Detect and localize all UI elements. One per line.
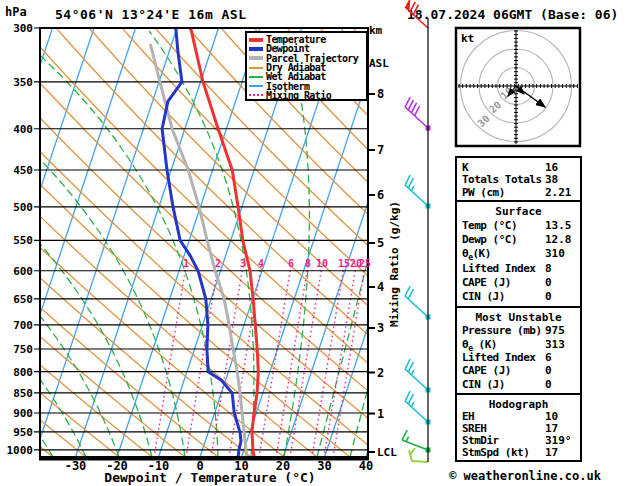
sounding-curves bbox=[151, 28, 259, 457]
stats-section-surface: SurfaceTemp (°C)13.5Dewp (°C)12.8θe(K)31… bbox=[455, 200, 582, 308]
isotherm-line bbox=[0, 28, 136, 457]
pressure-axis-unit-label: hPa bbox=[5, 5, 27, 19]
pressure-tick-label: 950 bbox=[2, 426, 33, 439]
stat-value: 13.5 bbox=[545, 219, 572, 232]
stat-value: 16 bbox=[545, 161, 558, 174]
isotherm-line bbox=[0, 28, 53, 457]
wind-barb bbox=[405, 175, 431, 208]
stat-row: CIN (J)0 bbox=[457, 378, 580, 391]
legend: TemperatureDewpointParcel TrajectoryDry … bbox=[245, 31, 368, 101]
stat-value: 310 bbox=[545, 247, 565, 260]
mixing-ratio-line bbox=[186, 266, 218, 457]
stat-row: EH10 bbox=[457, 410, 580, 422]
legend-item: Mixing Ratio bbox=[247, 91, 366, 100]
mixing-ratio-value-label: 8 bbox=[296, 258, 320, 269]
stat-label: CIN (J) bbox=[462, 290, 505, 303]
stat-row: CAPE (J)0 bbox=[457, 364, 580, 377]
mixing-ratio-line bbox=[154, 266, 186, 457]
stat-row: Lifted Index8 bbox=[457, 262, 580, 276]
dry-adiabat-line bbox=[0, 28, 185, 457]
stat-label: Pressure (mb) bbox=[462, 324, 542, 337]
mixing-ratio-line bbox=[290, 266, 322, 457]
stat-row: θe (K)313 bbox=[457, 338, 580, 351]
stat-value: 6 bbox=[545, 351, 552, 364]
stat-value: 8 bbox=[545, 262, 552, 275]
stat-row: Lifted Index6 bbox=[457, 351, 580, 364]
stats-section-hodograph: HodographEH10SREH17StmDir319°StmSpd (kt)… bbox=[455, 393, 582, 462]
pressure-tick-label: 450 bbox=[2, 164, 33, 177]
wet-adiabat-line bbox=[0, 31, 53, 457]
stat-label: Temp (°C) bbox=[462, 219, 517, 232]
stat-label: Dewp (°C) bbox=[462, 233, 517, 246]
mixing-ratio-value-label: 3 bbox=[231, 258, 255, 269]
stat-value: 12.8 bbox=[545, 233, 572, 246]
wind-barb bbox=[405, 286, 431, 319]
hodograph-ring bbox=[479, 49, 553, 123]
mixing-ratio-value-label: 20 bbox=[344, 258, 368, 269]
stat-label: CAPE (J) bbox=[462, 364, 511, 377]
hodograph-wind-arrow bbox=[508, 86, 516, 96]
mixing-ratio-value-label: 10 bbox=[310, 258, 334, 269]
mixing-ratio-line bbox=[276, 266, 308, 457]
wet-adiabat-line bbox=[15, 31, 218, 457]
isotherm-line bbox=[0, 28, 11, 457]
mixing-ratio-value-label: 6 bbox=[279, 258, 303, 269]
mixing-ratio-axis-label: Mixing Ratio (g/kg) bbox=[388, 168, 401, 360]
legend-item-label: Mixing Ratio bbox=[266, 90, 331, 101]
stat-label: CAPE (J) bbox=[462, 276, 511, 289]
km-tick-label: 2 bbox=[377, 366, 384, 380]
mixing-ratio-line bbox=[324, 266, 356, 457]
stat-value: 975 bbox=[545, 324, 565, 337]
stat-value: 38 bbox=[545, 173, 558, 186]
stat-label: θe(K) bbox=[462, 247, 491, 260]
wind-barb bbox=[409, 448, 428, 462]
mixing-ratio-line bbox=[333, 266, 365, 457]
pressure-tick-label: 650 bbox=[2, 293, 33, 306]
stat-row: StmSpd (kt)17 bbox=[457, 446, 580, 458]
mixing-ratio-value-label: 2 bbox=[206, 258, 230, 269]
stats-section: K16Totals Totals38PW (cm)2.21 bbox=[455, 156, 582, 202]
stat-label: CIN (J) bbox=[462, 378, 505, 391]
skewt-sounding-app: 18.07.2024 06GMT (Base: 06) kt102030 54°… bbox=[0, 0, 629, 486]
altitude-axis-unit-label: km ASL bbox=[369, 3, 396, 91]
hodograph: kt102030 bbox=[456, 28, 580, 146]
stats-section-title: Most Unstable bbox=[457, 311, 580, 324]
wind-barb bbox=[405, 359, 431, 392]
km-tick-label: 5 bbox=[377, 236, 384, 250]
altitude-unit-km: km bbox=[369, 25, 396, 36]
stat-value: 313 bbox=[545, 338, 565, 351]
mixing-ratio-line bbox=[312, 266, 344, 457]
stat-value: 0 bbox=[545, 276, 552, 289]
stat-row: StmDir319° bbox=[457, 434, 580, 446]
wet-adiabat-line bbox=[0, 31, 86, 457]
stat-row: Dewp (°C)12.8 bbox=[457, 233, 580, 247]
dry-adiabat-line bbox=[0, 28, 284, 457]
pressure-tick-label: 600 bbox=[2, 265, 33, 278]
stat-value: 0 bbox=[545, 378, 552, 391]
pressure-tick-label: 800 bbox=[2, 366, 33, 379]
legend-line-swatch bbox=[249, 47, 263, 51]
isotherm-line bbox=[34, 28, 177, 457]
hodograph-ring-label: 10 bbox=[499, 85, 515, 101]
dry-adiabat-line bbox=[0, 28, 251, 457]
pressure-tick-label: 550 bbox=[2, 234, 33, 247]
stats-section-title: Surface bbox=[457, 205, 580, 219]
wet-adiabat-line bbox=[581, 31, 629, 457]
stat-label: PW (cm) bbox=[462, 186, 505, 199]
dry-adiabat-line bbox=[0, 28, 86, 457]
stat-row: PW (cm)2.21 bbox=[457, 186, 580, 198]
km-tick-label: 3 bbox=[377, 321, 384, 335]
pressure-tick-label: 500 bbox=[2, 201, 33, 214]
km-tick-label: 6 bbox=[377, 188, 384, 202]
hodograph-ring-label: 20 bbox=[487, 99, 503, 115]
dewpoint-curve bbox=[162, 28, 241, 457]
storm-motion-arrow bbox=[516, 86, 545, 107]
mixing-ratio-value-label: 1 bbox=[174, 258, 198, 269]
stat-label: Lifted Index bbox=[462, 262, 535, 275]
station-title: 54°06'N 13°24'E 16m ASL bbox=[55, 7, 247, 22]
wet-adiabat-line bbox=[0, 31, 20, 457]
wet-adiabat-line bbox=[149, 31, 254, 457]
stat-value: 0 bbox=[545, 364, 552, 377]
wet-adiabat-line bbox=[0, 31, 119, 457]
mixing-ratio-line bbox=[211, 266, 243, 457]
